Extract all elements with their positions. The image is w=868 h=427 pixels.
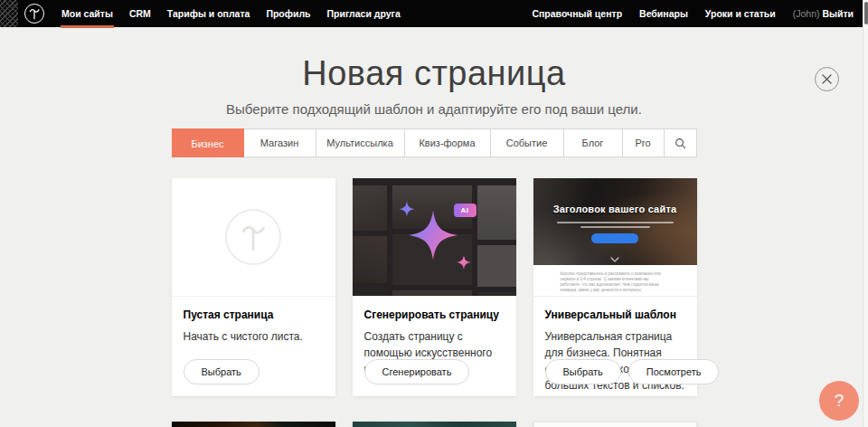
- ai-generate-preview: AI: [353, 178, 516, 297]
- close-icon: [822, 74, 832, 84]
- nav-item-crm[interactable]: CRM: [121, 0, 159, 27]
- template-category-tabs: Бизнес Магазин Мультиссылка Квиз-форма С…: [172, 128, 697, 157]
- ai-badge: AI: [454, 204, 476, 217]
- template-card-partial[interactable]: [172, 422, 335, 427]
- page-scrollbar[interactable]: [863, 0, 868, 427]
- template-hero-cta-button: [591, 233, 638, 243]
- template-hero: Заголовок вашего сайта: [533, 178, 697, 265]
- ai-sparkle-big-icon: [405, 207, 461, 263]
- select-template-button[interactable]: Выбрать: [545, 359, 621, 384]
- tab-pro[interactable]: Pro: [623, 129, 665, 157]
- secondary-nav: Справочный центр Вебинары Уроки и статьи…: [532, 0, 854, 27]
- logout-link[interactable]: Выйти: [822, 8, 854, 19]
- main-nav: Мои сайты CRM Тарифы и оплата Профиль Пр…: [53, 0, 409, 27]
- card-title: Пустая страница: [184, 308, 324, 322]
- nav-item-help-center[interactable]: Справочный центр: [532, 0, 622, 27]
- card-generate-page[interactable]: AI Сгенерировать страницу Создать страни…: [353, 178, 516, 396]
- help-button[interactable]: ?: [819, 381, 859, 421]
- template-cards-row-2: [172, 422, 697, 427]
- template-card-partial[interactable]: [533, 422, 697, 427]
- tab-blog[interactable]: Блог: [564, 129, 623, 157]
- template-card-partial[interactable]: [353, 422, 516, 427]
- page-title: Новая страница: [0, 54, 868, 92]
- nav-item-tariffs[interactable]: Тарифы и оплата: [159, 0, 259, 27]
- nav-item-invite-friend[interactable]: Пригласи друга: [319, 0, 409, 27]
- tilda-t-glyph: [28, 7, 41, 20]
- select-blank-button[interactable]: Выбрать: [184, 359, 259, 384]
- tab-quiz-form[interactable]: Квиз-форма: [405, 129, 491, 157]
- nav-item-lessons[interactable]: Уроки и статьи: [705, 0, 776, 27]
- card-title: Сгенерировать страницу: [364, 308, 505, 322]
- tab-shop[interactable]: Магазин: [244, 129, 316, 157]
- decorative-pattern-strip: [0, 0, 18, 27]
- nav-item-my-sites[interactable]: Мои сайты: [53, 0, 121, 27]
- template-hero-subtext-line: [557, 222, 674, 223]
- search-tab[interactable]: [665, 129, 696, 157]
- chevron-down-icon: [610, 257, 619, 262]
- tab-multilink[interactable]: Мультиссылка: [316, 129, 405, 157]
- preview-template-button[interactable]: Посмотреть: [628, 359, 720, 384]
- template-hero-subtext-line: [580, 226, 650, 228]
- universal-template-preview: Заголовок вашего сайта Коротко представь…: [533, 178, 697, 297]
- nav-item-profile[interactable]: Профиль: [258, 0, 318, 27]
- blank-page-preview: [172, 178, 335, 297]
- new-page-modal: Новая страница Выберите подходящий шабло…: [0, 27, 868, 427]
- tab-business[interactable]: Бизнес: [172, 128, 244, 157]
- ai-sparkle-pink-icon: [456, 254, 472, 270]
- scrollbar-thumb[interactable]: [864, 2, 868, 24]
- search-icon: [675, 138, 686, 149]
- card-title: Универсальный шаблон: [545, 308, 685, 322]
- generate-button[interactable]: Сгенерировать: [364, 359, 470, 384]
- template-cards-row: Пустая страница Начать с чистого листа. …: [172, 178, 697, 396]
- tilda-placeholder-logo-icon: [225, 209, 281, 265]
- template-preview-paragraph: Коротко представьтесь и расскажите о ком…: [533, 265, 697, 297]
- template-hero-heading: Заголовок вашего сайта: [533, 204, 697, 214]
- user-session: (John) Выйти: [793, 0, 854, 27]
- tilda-t-glyph: [240, 222, 267, 252]
- close-button[interactable]: [815, 67, 839, 91]
- card-blank-page[interactable]: Пустая страница Начать с чистого листа. …: [172, 178, 335, 396]
- card-description: Начать с чистого листа.: [184, 328, 324, 345]
- top-header: Мои сайты CRM Тарифы и оплата Профиль Пр…: [0, 0, 868, 27]
- page-subtitle: Выберите подходящий шаблон и адаптируйте…: [0, 101, 868, 117]
- tilda-logo-icon[interactable]: [24, 4, 44, 24]
- card-universal-template[interactable]: Заголовок вашего сайта Коротко представь…: [533, 178, 697, 396]
- user-name: (John): [793, 8, 820, 19]
- tab-event[interactable]: Событие: [491, 129, 564, 157]
- nav-item-webinars[interactable]: Вебинары: [639, 0, 688, 27]
